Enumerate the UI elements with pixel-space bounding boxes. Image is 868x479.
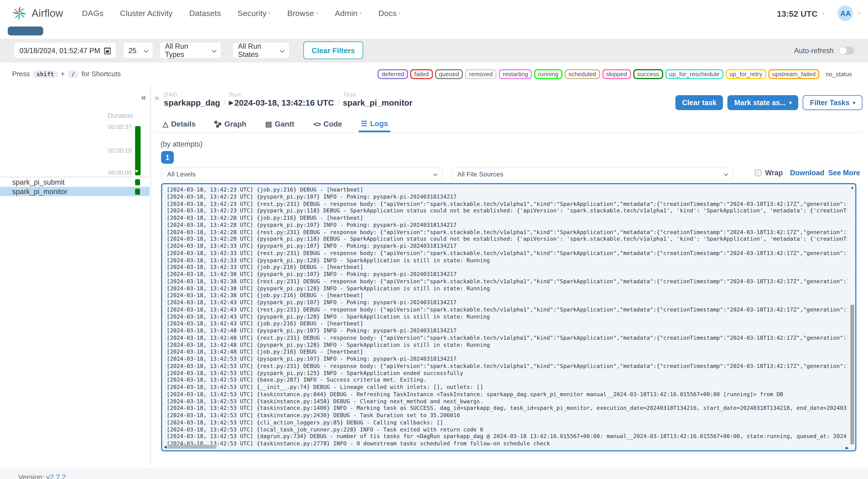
status-badge[interactable]: up_for_retry bbox=[725, 69, 766, 79]
run-states-select[interactable]: All Run States bbox=[232, 42, 289, 59]
tab-logs[interactable]: ☰ Logs bbox=[359, 116, 390, 132]
avatar[interactable]: AA bbox=[838, 6, 854, 21]
attempt-1-button[interactable]: 1 bbox=[161, 151, 174, 164]
log-line: [2024-03-18, 13:42:43 UTC] {pyspark_pi.p… bbox=[167, 299, 847, 306]
download-logs-link[interactable]: Download bbox=[790, 169, 824, 177]
log-levels-select[interactable]: All Levels bbox=[161, 167, 443, 180]
status-badge[interactable]: no_status bbox=[822, 69, 856, 79]
breadcrumb-run-label: Run bbox=[229, 91, 334, 98]
duration-tick: 00:00:18 bbox=[108, 147, 132, 154]
caret-down-icon[interactable]: ▾ bbox=[822, 10, 825, 16]
log-line: [2024-03-18, 13:42:33 UTC] {rest.py:231}… bbox=[167, 250, 847, 257]
panel-divider[interactable] bbox=[150, 86, 151, 465]
log-line: [2024-03-18, 13:42:53 UTC] {taskinstance… bbox=[167, 398, 847, 405]
status-badge[interactable]: queued bbox=[435, 69, 463, 79]
log-line: [2024-03-18, 13:42:53 UTC] {dagrun.py:73… bbox=[167, 434, 847, 440]
chevron-down-icon bbox=[280, 48, 285, 53]
caret-down-icon[interactable]: ▾ bbox=[858, 10, 860, 16]
status-badge[interactable]: success bbox=[633, 69, 663, 79]
page-size-select[interactable]: 25 bbox=[123, 42, 153, 59]
task-status-square-success[interactable] bbox=[135, 188, 140, 195]
log-line: [2024-03-18, 13:42:43 UTC] {pyspark_pi.p… bbox=[167, 313, 847, 320]
status-badge[interactable]: upstream_failed bbox=[768, 69, 819, 79]
breadcrumb-dag-value[interactable]: sparkapp_dag bbox=[164, 98, 220, 107]
footer: Version: v2.7.2 bbox=[0, 468, 868, 479]
log-line: [2024-03-18, 13:42:53 UTC] {taskinstance… bbox=[167, 405, 847, 412]
log-output-panel[interactable]: [2024-03-18, 13:42:23 UTC] {job.py:216} … bbox=[161, 183, 856, 451]
status-badge[interactable]: scheduled bbox=[564, 69, 600, 79]
mark-state-button[interactable]: Mark state as...▾ bbox=[728, 95, 798, 110]
scrolled-grid-remnant bbox=[8, 27, 43, 35]
breadcrumb-dag-label: DAG bbox=[164, 91, 220, 98]
breadcrumb-run-value[interactable]: ▶2024-03-18, 13:42:16 UTC bbox=[229, 98, 334, 107]
tab-graph[interactable]: Graph bbox=[212, 116, 249, 132]
nav-datasets[interactable]: Datasets bbox=[189, 9, 221, 18]
log-line: [2024-03-18, 13:42:23 UTC] {rest.py:231}… bbox=[167, 200, 847, 207]
grid-sidebar: « Duration 00:00:37 00:00:18 00:00:00 ▶ … bbox=[0, 86, 150, 465]
log-line: [2024-03-18, 13:42:38 UTC] {pyspark_pi.p… bbox=[167, 271, 847, 278]
task-name[interactable]: spark_pi_monitor bbox=[12, 187, 67, 195]
status-badge[interactable]: up_for_reschedule bbox=[665, 69, 723, 79]
log-line: [2024-03-18, 13:42:43 UTC] {job.py:216} … bbox=[167, 320, 847, 327]
breadcrumb-task-value[interactable]: spark_pi_monitor bbox=[343, 98, 412, 107]
horizontal-scrollbar[interactable]: ◀ bbox=[164, 444, 850, 449]
scroll-left-icon[interactable]: ◀ bbox=[164, 444, 167, 449]
status-badge[interactable]: running bbox=[534, 69, 562, 79]
horizontal-scrollbar-thumb[interactable] bbox=[168, 445, 217, 449]
status-badge[interactable]: skipped bbox=[602, 69, 631, 79]
task-row-spark-pi-monitor[interactable]: spark_pi_monitor bbox=[0, 187, 150, 196]
task-status-square-success[interactable] bbox=[135, 179, 140, 185]
filter-tasks-button[interactable]: Filter Tasks▾ bbox=[803, 95, 863, 110]
scroll-up-icon[interactable]: ▲ bbox=[850, 185, 854, 189]
task-detail-panel: » DAG sparkapp_dag / Run ▶2024-03-18, 13… bbox=[154, 86, 863, 465]
auto-refresh-toggle[interactable] bbox=[839, 46, 854, 55]
log-line: [2024-03-18, 13:42:53 UTC] {cli_action_l… bbox=[167, 419, 847, 426]
base-date-input[interactable]: 03/18/2024, 01:52:47 PM bbox=[14, 42, 116, 59]
auto-refresh-label: Auto-refresh bbox=[794, 46, 834, 55]
nav-admin[interactable]: Admin▾ bbox=[335, 9, 362, 18]
tab-code[interactable]: <> Code bbox=[311, 116, 344, 132]
utc-clock[interactable]: 13:52 UTC bbox=[777, 8, 817, 18]
run-duration-bar[interactable]: ▶ bbox=[135, 126, 141, 175]
calendar-icon bbox=[104, 47, 111, 54]
nav-browse[interactable]: Browse▾ bbox=[287, 9, 318, 18]
clear-task-button[interactable]: Clear task bbox=[675, 95, 723, 110]
tab-details[interactable]: △ Details bbox=[160, 116, 198, 132]
duration-tick: 00:00:37 bbox=[108, 123, 132, 130]
run-types-select[interactable]: All Run Types bbox=[159, 42, 221, 59]
log-line: [2024-03-18, 13:42:48 UTC] {job.py:216} … bbox=[167, 349, 847, 356]
task-name[interactable]: spark_pi_submit bbox=[12, 178, 65, 186]
status-badge[interactable]: deferred bbox=[378, 69, 408, 79]
status-badge[interactable]: restarting bbox=[499, 69, 532, 79]
clear-filters-button[interactable]: Clear Filters bbox=[304, 41, 363, 59]
see-more-link[interactable]: See More bbox=[828, 169, 860, 177]
version-link[interactable]: v2.7.2 bbox=[46, 473, 66, 479]
nav-cluster-activity[interactable]: Cluster Activity bbox=[120, 9, 173, 18]
task-row-spark-pi-submit[interactable]: spark_pi_submit bbox=[0, 178, 150, 187]
log-line: [2024-03-18, 13:42:53 UTC] {pyspark_pi.p… bbox=[167, 370, 847, 377]
log-line: [2024-03-18, 13:42:33 UTC] {pyspark_pi.p… bbox=[167, 257, 847, 264]
status-badge[interactable]: failed bbox=[410, 69, 433, 79]
nav-docs[interactable]: Docs▾ bbox=[378, 9, 401, 18]
nav-security[interactable]: Security▾ bbox=[238, 9, 271, 18]
log-line: [2024-03-18, 13:42:48 UTC] {rest.py:231}… bbox=[167, 334, 847, 342]
expand-panel-icon[interactable]: » bbox=[154, 93, 159, 103]
status-badge[interactable]: removed bbox=[465, 69, 497, 79]
nav-dags[interactable]: DAGs bbox=[82, 9, 103, 18]
wrap-checkbox[interactable] bbox=[754, 169, 762, 177]
log-file-sources-select[interactable]: All File Sources bbox=[451, 167, 733, 180]
tab-gantt[interactable]: ▤ Gantt bbox=[263, 116, 297, 132]
airflow-brand[interactable]: Airflow bbox=[11, 5, 63, 22]
chevron-down-icon bbox=[724, 172, 728, 176]
log-line: [2024-03-18, 13:42:28 UTC] {pyspark_pi.p… bbox=[167, 222, 847, 229]
status-legend: deferred failed queued removed restartin… bbox=[378, 69, 856, 79]
nav-menu: DAGs Cluster Activity Datasets Security▾… bbox=[82, 9, 401, 18]
log-line: [2024-03-18, 13:42:43 UTC] {rest.py:231}… bbox=[167, 306, 847, 313]
logs-icon: ☰ bbox=[361, 119, 367, 128]
slash-key-badge: / bbox=[68, 70, 79, 78]
scroll-right-icon[interactable]: ▶ bbox=[846, 446, 849, 450]
collapse-sidebar-icon[interactable]: « bbox=[141, 92, 146, 102]
vertical-scrollbar-thumb[interactable] bbox=[850, 305, 854, 444]
log-line: [2024-03-18, 13:42:53 UTC] {taskinstance… bbox=[167, 391, 847, 398]
breadcrumb-separator: / bbox=[337, 98, 339, 107]
